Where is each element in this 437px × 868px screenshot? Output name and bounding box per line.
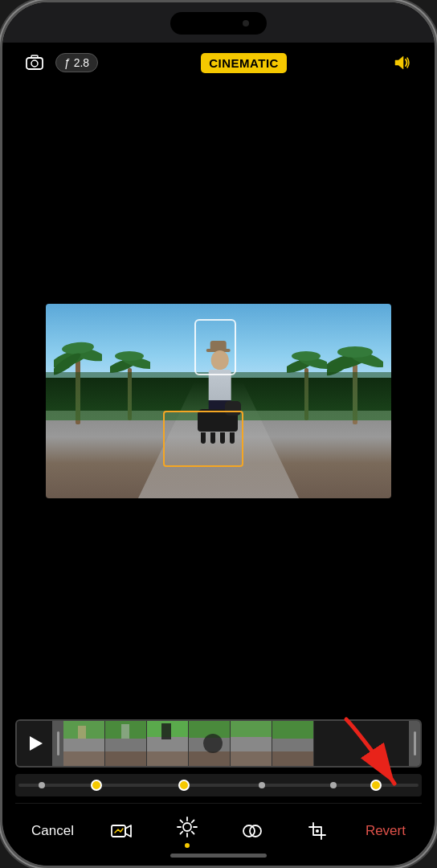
svg-line-51 bbox=[191, 831, 194, 833]
svg-point-17 bbox=[115, 351, 144, 361]
volume-down-button[interactable] bbox=[0, 187, 2, 235]
frame-thumb-4 bbox=[189, 719, 231, 768]
svg-rect-23 bbox=[63, 739, 105, 751]
frame-thumb-6 bbox=[272, 719, 314, 768]
adjust-button[interactable] bbox=[169, 814, 205, 848]
filter-icon bbox=[239, 818, 265, 844]
play-icon bbox=[30, 736, 43, 751]
video-preview-area bbox=[2, 83, 435, 719]
svg-rect-33 bbox=[161, 723, 171, 739]
cinematic-label: CINEMATIC bbox=[209, 56, 279, 70]
svg-rect-32 bbox=[147, 751, 189, 768]
timeline-container bbox=[15, 719, 422, 796]
revert-button[interactable]: Revert bbox=[366, 823, 406, 839]
frame-thumb-3 bbox=[147, 719, 189, 768]
video-frame bbox=[46, 304, 391, 498]
video-edit-svg bbox=[110, 820, 133, 842]
svg-point-54 bbox=[243, 825, 255, 837]
mute-button[interactable] bbox=[0, 107, 2, 139]
aperture-label: ƒ 2.8 bbox=[64, 56, 89, 69]
phone-screen: ƒ 2.8 CINEMATIC bbox=[2, 2, 435, 866]
camera-icon bbox=[25, 53, 44, 72]
svg-rect-38 bbox=[231, 719, 272, 737]
film-frame-4 bbox=[189, 719, 231, 768]
cancel-button[interactable]: Cancel bbox=[31, 823, 74, 839]
svg-rect-41 bbox=[272, 719, 314, 739]
sound-button[interactable] bbox=[390, 50, 415, 76]
video-edit-icon bbox=[108, 818, 134, 844]
cancel-label: Cancel bbox=[31, 823, 74, 838]
cinematic-badge[interactable]: CINEMATIC bbox=[201, 53, 287, 73]
top-controls: ƒ 2.8 CINEMATIC bbox=[2, 43, 435, 83]
strip-bracket-right[interactable] bbox=[409, 719, 420, 768]
kf-dot-active-2[interactable] bbox=[178, 780, 190, 791]
kf-dot-4[interactable] bbox=[330, 782, 337, 788]
timeline-strip bbox=[15, 719, 422, 768]
svg-rect-29 bbox=[121, 724, 129, 739]
svg-marker-3 bbox=[395, 56, 403, 69]
frame-thumb-5 bbox=[231, 719, 272, 768]
bottom-toolbar: Cancel bbox=[15, 803, 422, 858]
svg-rect-44 bbox=[112, 825, 125, 837]
frame-thumb-2 bbox=[105, 719, 147, 768]
svg-point-56 bbox=[316, 829, 319, 833]
sun-adjust-icon bbox=[174, 814, 200, 840]
bracket-line-right bbox=[414, 731, 416, 755]
svg-point-45 bbox=[183, 823, 191, 831]
film-frame-5 bbox=[231, 719, 272, 768]
film-frame-2 bbox=[105, 719, 147, 768]
svg-rect-24 bbox=[63, 751, 105, 768]
crop-svg bbox=[306, 820, 329, 842]
svg-rect-2 bbox=[31, 55, 38, 58]
filter-button[interactable] bbox=[235, 818, 270, 844]
adjust-active-dot bbox=[185, 843, 190, 848]
frame-thumb-1 bbox=[63, 719, 105, 768]
svg-point-1 bbox=[31, 60, 38, 67]
svg-line-50 bbox=[180, 820, 182, 822]
svg-rect-39 bbox=[231, 737, 272, 751]
svg-line-52 bbox=[191, 820, 194, 822]
bracket-line-left bbox=[57, 731, 59, 755]
svg-rect-42 bbox=[272, 739, 314, 751]
phone-frame: ƒ 2.8 CINEMATIC bbox=[0, 0, 437, 868]
bottom-section: Cancel bbox=[2, 719, 435, 866]
dog-focus-box bbox=[163, 411, 243, 467]
aperture-badge[interactable]: ƒ 2.8 bbox=[55, 53, 98, 72]
svg-rect-36 bbox=[189, 751, 231, 768]
strip-bracket-left[interactable] bbox=[52, 719, 63, 768]
camera-icon-btn[interactable] bbox=[22, 50, 47, 76]
revert-label: Revert bbox=[366, 823, 406, 838]
svg-rect-28 bbox=[105, 751, 147, 768]
volume-up-button[interactable] bbox=[0, 131, 2, 179]
svg-point-37 bbox=[203, 734, 223, 753]
svg-rect-25 bbox=[78, 726, 86, 739]
sun-adjust-svg bbox=[176, 816, 198, 838]
speaker-icon bbox=[393, 53, 412, 72]
film-frame-1 bbox=[63, 719, 105, 768]
svg-line-53 bbox=[180, 831, 182, 833]
video-edit-button[interactable] bbox=[104, 818, 139, 844]
film-frame-3 bbox=[147, 719, 189, 768]
film-frame-6 bbox=[272, 719, 314, 768]
kf-dot-active-3[interactable] bbox=[370, 780, 382, 791]
home-indicator bbox=[170, 854, 267, 858]
kf-track[interactable] bbox=[18, 784, 419, 787]
svg-point-21 bbox=[292, 351, 321, 361]
svg-point-55 bbox=[250, 825, 261, 837]
svg-rect-40 bbox=[231, 751, 272, 768]
svg-rect-27 bbox=[105, 739, 147, 751]
play-button[interactable] bbox=[17, 719, 52, 768]
crop-button[interactable] bbox=[300, 818, 335, 844]
kf-dot-1[interactable] bbox=[39, 782, 45, 788]
svg-rect-43 bbox=[272, 751, 314, 768]
camera-dot bbox=[243, 20, 249, 27]
person-focus-box bbox=[194, 319, 236, 375]
film-strip[interactable] bbox=[63, 719, 409, 768]
top-left-controls: ƒ 2.8 bbox=[22, 50, 98, 76]
keyframe-timeline bbox=[15, 774, 422, 796]
kf-dot-active-1[interactable] bbox=[91, 780, 102, 791]
notch bbox=[170, 12, 267, 35]
filter-svg bbox=[241, 820, 263, 842]
kf-dot-3[interactable] bbox=[259, 782, 265, 788]
svg-rect-0 bbox=[27, 58, 43, 69]
